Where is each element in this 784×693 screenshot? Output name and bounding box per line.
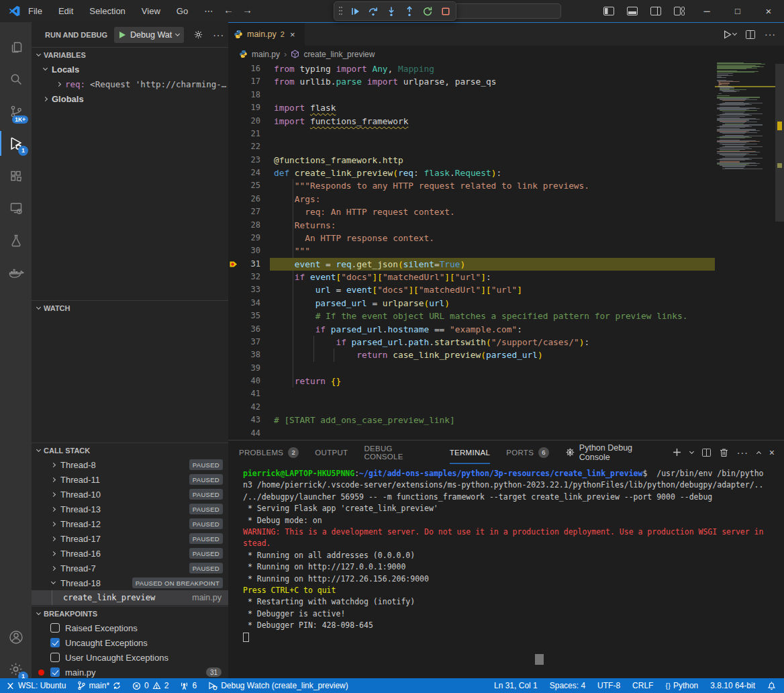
close-button[interactable]: × [753, 0, 784, 22]
breakpoint-checkbox[interactable] [50, 653, 60, 662]
code-line-41[interactable]: 41 [228, 387, 715, 400]
menu-edit[interactable]: Edit [58, 6, 73, 16]
kill-terminal-icon[interactable] [720, 448, 728, 457]
code-line-32[interactable]: 32 if event["docs"]["matchedUrl"]["url"]… [228, 271, 715, 283]
tab-debug-console[interactable]: DEBUG CONSOLE [364, 441, 433, 464]
variable-req-row[interactable]: req: <Request 'http://charming-tro… [32, 77, 228, 91]
explorer-icon[interactable] [0, 31, 32, 62]
code-line-40[interactable]: 40 return {} [228, 375, 715, 387]
call-stack-header[interactable]: CALL STACK [32, 443, 228, 457]
cursor-position[interactable]: Ln 31, Col 1 [494, 681, 538, 690]
editor-more-actions-icon[interactable]: ··· [765, 29, 776, 40]
debug-session-status[interactable]: Debug Watch (create_link_preview) [208, 681, 348, 690]
tab-output[interactable]: OUTPUT [315, 441, 348, 464]
code-line-39[interactable]: 39 [228, 362, 715, 375]
new-terminal-icon[interactable] [673, 448, 681, 457]
continue-button[interactable] [350, 6, 360, 17]
code-line-19[interactable]: 19import flask [228, 101, 715, 114]
restart-button[interactable] [422, 6, 433, 17]
code-line-29[interactable]: 29 An HTTP response context. [228, 232, 715, 244]
code-line-34[interactable]: 34 parsed_url = urlparse(url) [228, 297, 715, 310]
code-line-38[interactable]: 38 return case_link_preview(parsed_url) [228, 349, 715, 361]
code-line-30[interactable]: 30 """ [228, 244, 715, 257]
eol-sequence[interactable]: CRLF [632, 681, 653, 690]
menu-selection[interactable]: Selection [89, 6, 125, 16]
call-stack-thread-row[interactable]: Thread-12PAUSED [32, 516, 228, 531]
run-python-file-icon[interactable] [724, 30, 736, 39]
code-line-35[interactable]: 35 # If the event object URL matches a s… [228, 310, 715, 322]
current-line-breakpoint-icon[interactable] [229, 259, 239, 269]
toggle-secondary-sidebar-icon[interactable] [650, 7, 661, 15]
toggle-sidebar-icon[interactable] [603, 7, 614, 15]
tab-close-icon[interactable]: × [290, 30, 295, 40]
code-line-22[interactable]: 22 [228, 140, 715, 153]
run-and-debug-icon[interactable]: 1 [0, 128, 32, 159]
code-line-21[interactable]: 21 [228, 128, 715, 140]
tab-problems[interactable]: PROBLEMS2 [239, 441, 299, 464]
code-line-44[interactable]: 44 [228, 427, 715, 440]
variables-header[interactable]: VARIABLES [32, 47, 228, 62]
testing-icon[interactable] [0, 224, 32, 256]
back-icon[interactable]: ← [224, 4, 234, 15]
remote-indicator[interactable]: WSL: Ubuntu [6, 681, 66, 690]
breadcrumb-file[interactable]: main.py [252, 50, 280, 59]
code-line-43[interactable]: 43# [START add_ons_case_preview_link] [228, 414, 715, 426]
code-line-20[interactable]: 20import functions_framework [228, 115, 715, 128]
terminal-dropdown-icon[interactable] [689, 449, 694, 453]
split-terminal-icon[interactable] [702, 449, 711, 457]
extensions-icon[interactable] [0, 160, 32, 191]
step-over-button[interactable] [368, 6, 379, 17]
maximize-button[interactable]: □ [722, 0, 753, 22]
python-interpreter[interactable]: 3.8.10 64-bit [710, 681, 755, 690]
sidebar-more-actions-icon[interactable]: ··· [213, 30, 224, 40]
search-icon[interactable] [0, 63, 32, 95]
customize-layout-icon[interactable] [674, 7, 685, 15]
call-stack-frame-row[interactable]: create_link_previewmain.py [32, 590, 228, 605]
code-line-16[interactable]: 16from typing import Any, Mapping [228, 62, 715, 75]
globals-row[interactable]: Globals [32, 91, 228, 106]
menu-go[interactable]: Go [177, 6, 188, 16]
code-line-25[interactable]: 25 """Responds to any HTTP request relat… [228, 179, 715, 192]
code-line-28[interactable]: 28 Returns: [228, 219, 715, 232]
accounts-icon[interactable] [0, 621, 32, 653]
breakpoint-row[interactable]: User Uncaught Exceptions [32, 650, 228, 665]
panel-more-actions-icon[interactable]: ··· [737, 447, 748, 458]
code-line-36[interactable]: 36 if parsed_url.hostname == "example.co… [228, 323, 715, 336]
watch-header[interactable]: WATCH [32, 300, 228, 315]
indentation[interactable]: Spaces: 4 [550, 681, 585, 690]
maximize-panel-icon[interactable] [756, 451, 761, 455]
code-line-31[interactable]: 31 event = req.get_json(silent=True) [228, 258, 715, 271]
menu-view[interactable]: View [142, 6, 160, 16]
code-editor[interactable]: 16from typing import Any, Mapping17from … [228, 62, 784, 440]
encoding[interactable]: UTF-8 [597, 681, 620, 690]
breakpoint-row[interactable]: Raised Exceptions [32, 620, 228, 635]
menu-file[interactable]: File [28, 6, 42, 16]
locals-row[interactable]: Locals [32, 62, 228, 77]
notifications-bell[interactable] [767, 681, 776, 690]
forwarded-ports-status[interactable]: 6 [180, 681, 197, 690]
menu-overflow[interactable]: ⋯ [204, 6, 213, 16]
source-control-icon[interactable]: 1K+ [0, 95, 32, 127]
code-line-33[interactable]: 33 url = event["docs"]["matchedUrl"]["ur… [228, 283, 715, 296]
start-debug-icon[interactable] [119, 31, 126, 39]
minimize-button[interactable]: ─ [691, 0, 722, 22]
tab-main-py[interactable]: main.py 2 × [228, 23, 305, 46]
problems-status[interactable]: 0 2 [132, 681, 168, 690]
step-into-button[interactable] [386, 6, 397, 17]
tab-terminal[interactable]: TERMINAL [450, 441, 491, 464]
code-line-24[interactable]: 24def create_link_preview(req: flask.Req… [228, 167, 715, 179]
code-line-23[interactable]: 23@functions_framework.http [228, 154, 715, 167]
breadcrumb-symbol[interactable]: create_link_preview [303, 50, 375, 59]
code-line-42[interactable]: 42 [228, 401, 715, 414]
call-stack-thread-row[interactable]: Thread-13PAUSED [32, 502, 228, 516]
launch-config-dropdown[interactable]: Debug Wat [114, 27, 184, 43]
breakpoint-checkbox[interactable] [50, 667, 60, 677]
call-stack-thread-row[interactable]: Thread-16PAUSED [32, 546, 228, 561]
call-stack-thread-row[interactable]: Thread-10PAUSED [32, 487, 228, 502]
breakpoint-row[interactable]: Uncaught Exceptions [32, 635, 228, 650]
drag-grip-icon[interactable] [339, 7, 342, 15]
scrollbar-slider[interactable] [775, 64, 784, 222]
code-line-37[interactable]: 37 if parsed_url.path.startswith("/suppo… [228, 336, 715, 349]
toggle-panel-icon[interactable] [627, 7, 638, 15]
debug-settings-gear-icon[interactable] [193, 30, 203, 40]
